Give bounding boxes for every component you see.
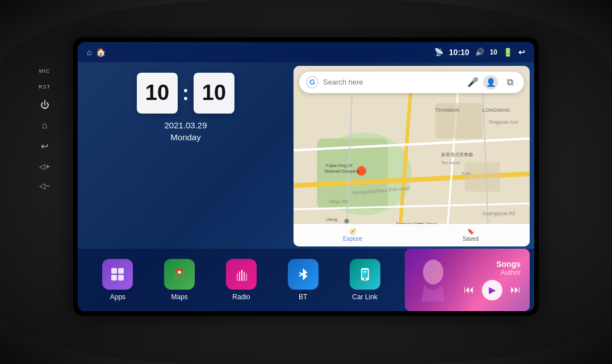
date-text: 2021.03.29 [87, 120, 284, 130]
music-author: Author [496, 269, 521, 277]
app-icons-panel: Apps Maps [78, 249, 405, 311]
saved-btn[interactable]: 🔖 Saved [412, 224, 530, 246]
svg-rect-30 [111, 268, 117, 274]
bottom-row: Apps Maps [78, 249, 534, 311]
play-icon: ▶ [489, 284, 496, 295]
clock-hour: 10 [137, 73, 178, 114]
battery-icon: 🔋 [503, 48, 513, 57]
svg-rect-11 [465, 162, 500, 191]
svg-rect-32 [111, 275, 117, 281]
rst-label: RST [39, 84, 51, 90]
mic-label: MIC [39, 68, 51, 74]
status-right: 📡 10:10 🔊 10 🔋 ↩ [434, 48, 525, 57]
app-icon-carlink[interactable]: Car Link [350, 259, 380, 301]
explore-label: Explore [343, 236, 362, 242]
svg-rect-36 [239, 271, 240, 281]
radio-label: Radio [232, 293, 250, 301]
vol-down-icon[interactable]: ◁− [39, 181, 50, 190]
back-icon[interactable]: ↩ [41, 141, 48, 152]
next-button[interactable]: ⏭ [510, 284, 521, 296]
saved-label: Saved [463, 236, 479, 242]
svg-text:Tea house: Tea house [441, 160, 460, 165]
status-left: ⌂ 🏠 [87, 48, 106, 57]
music-face-art [416, 256, 450, 304]
bluetooth-icon [297, 266, 309, 282]
user-icon[interactable]: 👤 [483, 75, 498, 90]
music-buttons: ⏮ ▶ ⏭ [464, 280, 521, 300]
home-icon[interactable]: ⌂ [42, 120, 48, 131]
carlink-icon-img [350, 259, 380, 290]
music-song-info: Songs Author [496, 260, 521, 277]
volume-icon: 🔊 [475, 48, 484, 56]
music-title: Songs [496, 260, 521, 269]
face-silhouette [416, 256, 450, 302]
left-panel: 10 : 10 2021.03.29 Monday [78, 62, 294, 249]
carlink-label: Car Link [352, 293, 378, 301]
mic-search-icon[interactable]: 🎤 [467, 77, 479, 87]
app-icon-apps[interactable]: Apps [102, 259, 133, 301]
right-panel: TIANWAN LONGWAN Tongyuan Ave 新香港式茶餐廳 Tea… [294, 62, 534, 249]
vol-up-icon[interactable]: ◁+ [39, 162, 50, 171]
signal-icon: 📡 [434, 48, 443, 56]
bt-icon-img [288, 259, 318, 290]
maps-icon-img [164, 259, 195, 290]
screen: ⌂ 🏠 📡 10:10 🔊 10 🔋 ↩ 10 [78, 42, 534, 311]
status-time: 10:10 [449, 48, 470, 57]
clock-colon: : [182, 81, 189, 105]
explore-btn[interactable]: 🧭 Explore [294, 224, 412, 246]
layers-icon[interactable]: ⧉ [502, 75, 517, 90]
home-nav-icon[interactable]: ⌂ [87, 48, 91, 57]
explore-icon: 🧭 [349, 228, 356, 235]
svg-text:Steamed Dumpling: Steamed Dumpling [324, 169, 359, 174]
svg-rect-41 [362, 270, 368, 278]
radio-waves-icon [233, 266, 249, 282]
svg-text:Tongyuan Ave: Tongyuan Ave [488, 119, 518, 124]
svg-rect-31 [118, 268, 124, 274]
date-info: 2021.03.29 Monday [87, 120, 284, 142]
apps-grid-icon [110, 266, 125, 282]
map-search-input[interactable] [323, 78, 463, 86]
radio-icon-img [226, 259, 257, 290]
map-bottom-bar: 🧭 Explore 🔖 Saved [294, 224, 530, 246]
screen-bezel: ⌂ 🏠 📡 10:10 🔊 10 🔋 ↩ 10 [73, 37, 539, 316]
app-icon-bt[interactable]: BT [288, 259, 318, 301]
status-bar: ⌂ 🏠 📡 10:10 🔊 10 🔋 ↩ [78, 42, 534, 62]
svg-rect-38 [244, 271, 245, 281]
home2-nav-icon[interactable]: 🏠 [96, 48, 106, 57]
maps-label: Maps [171, 293, 188, 301]
apps-label: Apps [110, 293, 125, 301]
bt-label: BT [299, 293, 307, 301]
svg-rect-35 [237, 273, 238, 281]
svg-text:新香港式茶餐廳: 新香港式茶餐廳 [441, 152, 473, 157]
music-widget[interactable]: Songs Author ⏮ ▶ ⏭ [405, 249, 530, 311]
svg-text:Fujian King Of: Fujian King Of [326, 162, 353, 168]
svg-text:Guangyiyao Rd: Guangyiyao Rd [483, 211, 515, 216]
svg-rect-39 [246, 273, 247, 281]
power-icon[interactable]: ⏻ [40, 100, 49, 110]
svg-text:TIANWAN: TIANWAN [435, 107, 460, 113]
play-button[interactable]: ▶ [482, 280, 502, 300]
svg-rect-37 [241, 270, 242, 281]
svg-rect-33 [118, 275, 124, 281]
maps-pin-icon [171, 266, 187, 282]
carlink-phone-icon [357, 266, 373, 282]
app-icon-radio[interactable]: Radio [226, 259, 257, 301]
apps-icon-img [102, 259, 133, 290]
day-text: Monday [87, 132, 284, 142]
nav-back-icon[interactable]: ↩ [518, 48, 525, 57]
saved-icon: 🔖 [467, 228, 474, 235]
clock-minute: 10 [194, 73, 234, 114]
svg-point-43 [423, 260, 443, 284]
svg-text:KUN: KUN [462, 171, 470, 176]
map-widget[interactable]: TIANWAN LONGWAN Tongyuan Ave 新香港式茶餐廳 Tea… [294, 66, 530, 246]
svg-point-42 [364, 278, 366, 279]
prev-button[interactable]: ⏮ [464, 284, 474, 296]
main-content: 10 : 10 2021.03.29 Monday [78, 62, 534, 249]
google-maps-icon: G [306, 76, 318, 89]
svg-text:Xinyu Rd: Xinyu Rd [329, 199, 348, 204]
clock-widget: 10 : 10 [87, 73, 284, 114]
map-search-bar[interactable]: G 🎤 👤 ⧉ [299, 72, 524, 93]
svg-text:LONGWAN: LONGWAN [483, 107, 510, 113]
volume-level: 10 [490, 48, 497, 56]
app-icon-maps[interactable]: Maps [164, 259, 195, 301]
